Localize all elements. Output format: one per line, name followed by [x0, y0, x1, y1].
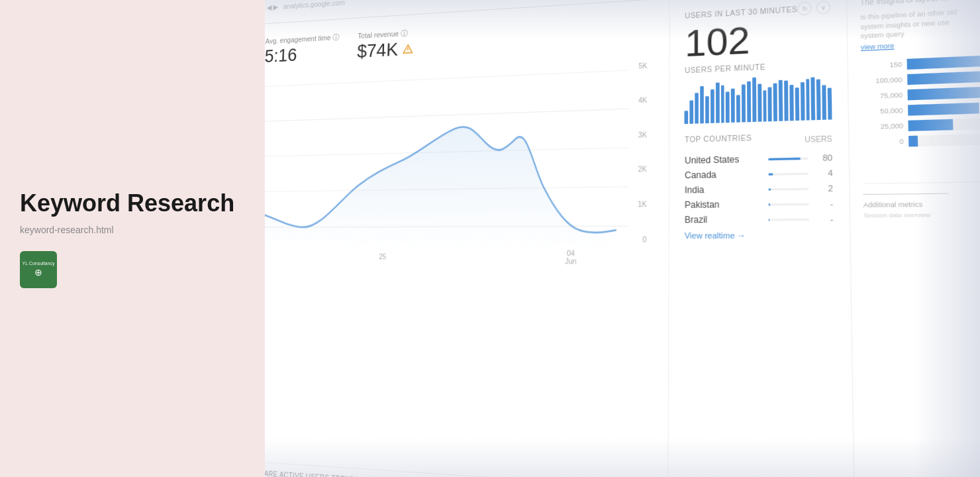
h-bar-row: 150 [861, 51, 980, 72]
h-bar-fill-wrap [907, 67, 980, 85]
logo-icon: ⊕ [34, 267, 42, 278]
view-realtime-link[interactable]: View realtime → [685, 231, 834, 240]
page-title: Keyword Research [20, 189, 245, 217]
bar-item [726, 92, 730, 123]
h-bar-fill [907, 69, 980, 85]
country-bar-fill [769, 203, 770, 205]
bar-item [806, 79, 810, 121]
bar-item [811, 77, 816, 120]
fr-extra1: Additional metrics [863, 199, 980, 209]
bar-item [695, 93, 699, 124]
bar-item [763, 91, 767, 122]
h-bar-fill [907, 52, 980, 70]
metric-engagement: Avg. engagement time ⓘ 5:16 [265, 32, 340, 67]
fr-section2-title: ──────────────── [863, 180, 980, 198]
bar-item [773, 83, 777, 121]
bar-item [731, 88, 735, 123]
h-bar-fill [908, 86, 980, 101]
realtime-title: USERS IN LAST 30 MINUTES [685, 5, 797, 19]
bar-item [710, 89, 714, 123]
bar-item [742, 85, 746, 123]
metric-revenue: Total revenue ⓘ $74K [357, 28, 414, 62]
country-row: United States 80 [685, 152, 832, 166]
country-name: Pakistan [685, 199, 761, 210]
fr-title: The insights of layout text use [860, 0, 980, 7]
bar-item [700, 86, 704, 123]
country-bar-fill [769, 188, 771, 190]
h-bar-fill [908, 136, 918, 147]
h-bar-label: 25,000 [862, 123, 903, 131]
users-per-minute-chart [685, 74, 832, 124]
logo-text: YL Consultancy [23, 261, 55, 266]
x-labels: 25 04Jun [265, 248, 624, 266]
country-name: United States [685, 154, 761, 166]
y-label-4k: 4K [638, 96, 647, 104]
analytics-inner: ◀ ▶ analytics.google.com Realtime Avg. e… [265, 0, 980, 477]
metric-engagement-value: 5:16 [265, 42, 339, 67]
country-name: India [685, 184, 761, 195]
h-bar-label: 100,000 [861, 76, 903, 85]
y-label-2k: 2K [638, 166, 647, 174]
h-bar-label: 150 [861, 61, 902, 70]
users-column-label: USERS [805, 134, 832, 144]
country-count: 80 [816, 153, 832, 162]
bar-item [685, 111, 689, 125]
country-row: Brazil - [685, 214, 834, 225]
y-label-0: 0 [642, 236, 646, 244]
bar-item [784, 81, 788, 121]
left-panel: Keyword Research keyword-research.html Y… [0, 0, 265, 477]
country-count: 4 [816, 168, 832, 178]
h-bar-fill-wrap [908, 115, 980, 131]
bar-item [801, 82, 805, 121]
h-bar-label: 75,000 [861, 91, 903, 101]
h-bar-fill-wrap [908, 131, 980, 146]
bar-item [758, 84, 761, 122]
country-row: India 2 [685, 183, 833, 195]
y-label-3k: 3K [638, 131, 648, 138]
right-panel: ◀ ▶ analytics.google.com Realtime Avg. e… [265, 0, 980, 477]
y-label-5k: 5K [638, 62, 647, 70]
h-bar-label: 50,000 [861, 107, 903, 116]
country-name: Canada [685, 169, 761, 181]
bar-item [795, 87, 799, 121]
control-more[interactable]: ∨ [816, 1, 831, 15]
bar-item [779, 80, 783, 121]
view-all-link[interactable]: view all users → [863, 159, 980, 171]
x-label-25: 25 [379, 252, 386, 260]
bar-item [789, 85, 793, 121]
country-name: Brazil [685, 214, 761, 225]
bar-item [816, 80, 821, 120]
country-bar-fill [769, 157, 801, 160]
bar-item [690, 100, 694, 124]
page-subtitle: keyword-research.html [20, 225, 245, 235]
country-count: 2 [816, 184, 832, 193]
countries-list: United States 80 Canada 4 India 2 Pakist… [685, 152, 834, 225]
h-bar-fill-wrap [907, 51, 980, 70]
bar-item [716, 82, 720, 123]
country-bar-fill [769, 173, 773, 176]
h-bar-fill-wrap [908, 83, 980, 100]
bar-item [768, 87, 772, 121]
logo-box[interactable]: YL Consultancy ⊕ [20, 251, 57, 288]
analytics-container: ◀ ▶ analytics.google.com Realtime Avg. e… [265, 0, 980, 477]
realtime-big-number: 102 [685, 17, 831, 62]
country-count: - [817, 199, 834, 208]
x-label-jun: 04Jun [565, 249, 577, 265]
country-bar-wrap [769, 187, 808, 190]
fr-subtitle: Is this pipeline of an other old system … [860, 0, 980, 52]
control-refresh[interactable]: ↻ [797, 1, 812, 15]
svg-line-4 [265, 109, 630, 121]
bar-item [752, 78, 756, 122]
realtime-panel: USERS IN LAST 30 MINUTES ↻ ∨ 102 USERS P… [669, 0, 854, 477]
realtime-controls[interactable]: ↻ ∨ [797, 1, 830, 16]
country-bar-wrap [769, 172, 808, 175]
bar-item [736, 95, 740, 122]
svg-point-2 [408, 51, 409, 52]
country-row: Pakistan - [685, 198, 833, 210]
country-bar-wrap [769, 203, 808, 205]
country-count: - [817, 215, 834, 224]
bar-item [721, 85, 725, 123]
chart-metrics: Avg. engagement time ⓘ 5:16 Total revenu… [265, 14, 655, 67]
h-bar-fill [908, 119, 953, 131]
bar-item [828, 88, 832, 120]
